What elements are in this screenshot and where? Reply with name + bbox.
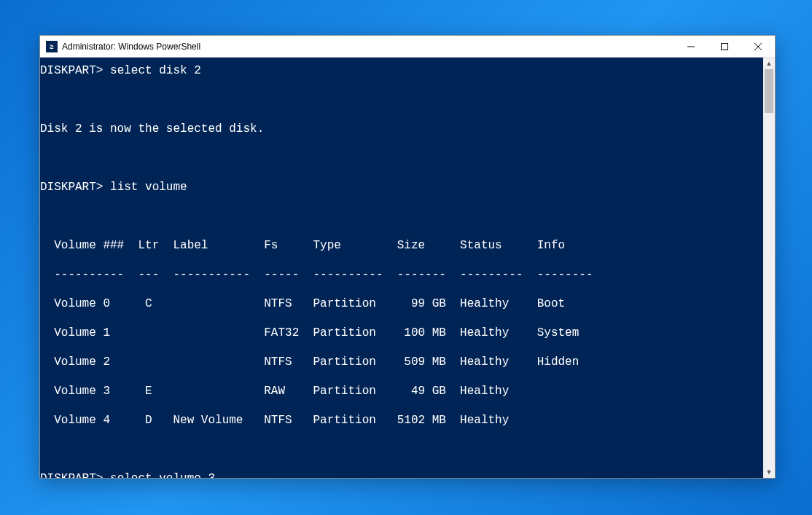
prompt: DISKPART> [40,64,103,77]
prompt: DISKPART> [40,181,103,194]
cmd-select-disk: select disk 2 [110,64,201,77]
maximize-button[interactable] [708,36,741,57]
scroll-up-arrow-icon[interactable]: ▲ [763,58,775,69]
volume-row: Volume 1 FAT32 Partition 100 MB Healthy … [40,326,763,340]
powershell-icon: ≥ [46,41,58,52]
minimize-button[interactable] [674,36,708,57]
scrollbar-thumb[interactable] [765,69,773,113]
svg-rect-1 [722,43,728,50]
volume-row: Volume 0 C NTFS Partition 99 GB Healthy … [40,296,763,311]
terminal-area: DISKPART> select disk 2 Disk 2 is now th… [40,58,775,478]
window-controls [674,36,775,57]
volume-divider: ---------- --- ----------- ----- -------… [40,267,763,282]
terminal-output[interactable]: DISKPART> select disk 2 Disk 2 is now th… [40,58,763,478]
scroll-down-arrow-icon[interactable]: ▼ [763,466,775,478]
vertical-scrollbar[interactable]: ▲ ▼ [763,58,775,478]
titlebar[interactable]: ≥ Administrator: Windows PowerShell [40,36,775,58]
resp-select-disk: Disk 2 is now the selected disk. [40,122,763,136]
volume-header: Volume ### Ltr Label Fs Type Size Status… [40,238,763,253]
close-button[interactable] [741,36,775,57]
volume-row: Volume 2 NTFS Partition 509 MB Healthy H… [40,355,763,369]
prompt: DISKPART> [40,472,103,478]
cmd-list-volume: list volume [110,181,187,194]
powershell-window: ≥ Administrator: Windows PowerShell DISK… [39,35,776,479]
volume-row: Volume 3 E RAW Partition 49 GB Healthy [40,384,763,398]
volume-row: Volume 4 D New Volume NTFS Partition 510… [40,413,763,428]
window-title: Administrator: Windows PowerShell [62,42,674,52]
cmd-select-volume: select volume 3 [110,472,215,478]
